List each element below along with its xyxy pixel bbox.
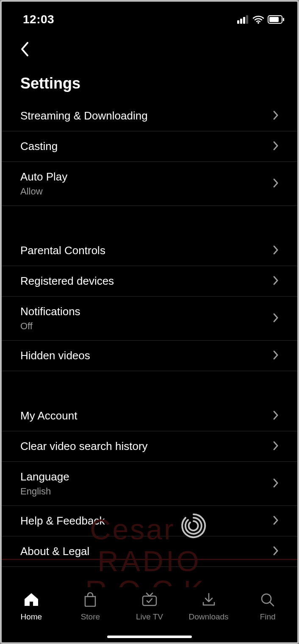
row-label: Casting	[20, 140, 58, 153]
chevron-right-icon	[273, 546, 279, 558]
chevron-right-icon	[273, 350, 279, 362]
row-hidden-videos[interactable]: Hidden videos	[2, 341, 297, 371]
chevron-right-icon	[273, 275, 279, 287]
status-bar: 12:03	[2, 7, 297, 32]
chevron-right-icon	[273, 141, 279, 153]
row-casting[interactable]: Casting	[2, 131, 297, 162]
tv-icon	[141, 592, 158, 609]
settings-section-account-controls: Parental Controls Registered devices Not…	[2, 236, 297, 371]
wifi-icon	[252, 15, 264, 24]
svg-rect-2	[243, 17, 245, 24]
row-sublabel: Off	[20, 321, 80, 332]
chevron-left-icon	[20, 42, 29, 58]
cellular-icon	[237, 15, 249, 24]
nav-label: Live TV	[136, 612, 163, 622]
row-auto-play[interactable]: Auto Play Allow	[2, 162, 297, 206]
nav-label: Downloads	[189, 612, 229, 622]
row-parental-controls[interactable]: Parental Controls	[2, 236, 297, 266]
svg-point-4	[257, 22, 259, 24]
svg-rect-0	[237, 20, 239, 24]
row-label: Parental Controls	[20, 244, 105, 257]
chevron-right-icon	[273, 478, 279, 490]
home-icon	[24, 592, 39, 609]
row-label: Clear video search history	[20, 440, 148, 453]
row-language[interactable]: Language English	[2, 462, 297, 506]
download-icon	[201, 592, 216, 609]
row-label: Notifications	[20, 305, 80, 318]
row-clear-search-history[interactable]: Clear video search history	[2, 431, 297, 462]
settings-section-playback: Streaming & Downloading Casting Auto Pla…	[2, 101, 297, 206]
bag-icon	[83, 592, 98, 609]
row-label: Registered devices	[20, 275, 114, 288]
chevron-right-icon	[273, 178, 279, 190]
chevron-right-icon	[273, 410, 279, 422]
row-label: Auto Play	[20, 170, 67, 183]
nav-home[interactable]: Home	[6, 592, 57, 622]
back-button[interactable]	[17, 42, 32, 58]
nav-live-tv[interactable]: Live TV	[124, 592, 175, 622]
row-streaming-downloading[interactable]: Streaming & Downloading	[2, 101, 297, 131]
svg-rect-6	[269, 17, 279, 22]
nav-downloads[interactable]: Downloads	[183, 592, 234, 622]
nav-label: Store	[81, 612, 100, 622]
row-help-feedback[interactable]: Help & Feedback	[2, 506, 297, 536]
battery-icon	[268, 15, 285, 24]
row-sublabel: Allow	[20, 186, 67, 197]
page-title: Settings	[2, 62, 297, 101]
row-notifications[interactable]: Notifications Off	[2, 297, 297, 341]
svg-rect-7	[283, 18, 284, 21]
row-label: My Account	[20, 409, 77, 422]
home-indicator[interactable]	[107, 636, 192, 638]
row-label: Language	[20, 470, 69, 483]
svg-rect-1	[240, 19, 242, 24]
row-registered-devices[interactable]: Registered devices	[2, 266, 297, 297]
nav-store[interactable]: Store	[65, 592, 116, 622]
row-about-legal[interactable]: About & Legal	[2, 536, 297, 567]
app-screen: 12:03 Settings Cesar	[0, 0, 299, 644]
chevron-right-icon	[273, 441, 279, 452]
row-label: Streaming & Downloading	[20, 109, 148, 122]
bottom-nav: Home Store Live TV Downloads Find	[2, 587, 297, 642]
row-label: Hidden videos	[20, 349, 90, 362]
chevron-right-icon	[273, 313, 279, 325]
status-time: 12:03	[23, 13, 54, 26]
chevron-right-icon	[273, 515, 279, 527]
row-label: About & Legal	[20, 545, 89, 558]
svg-rect-3	[246, 15, 248, 24]
nav-find[interactable]: Find	[242, 592, 293, 622]
chevron-right-icon	[273, 245, 279, 257]
nav-label: Find	[260, 612, 276, 622]
status-indicators	[237, 15, 285, 24]
chevron-right-icon	[273, 110, 279, 122]
row-sublabel: English	[20, 486, 69, 497]
nav-label: Home	[20, 612, 42, 622]
row-label: Help & Feedback	[20, 514, 105, 527]
header-row	[2, 32, 297, 62]
search-icon	[260, 592, 275, 609]
settings-section-general: My Account Clear video search history La…	[2, 401, 297, 567]
row-my-account[interactable]: My Account	[2, 401, 297, 431]
